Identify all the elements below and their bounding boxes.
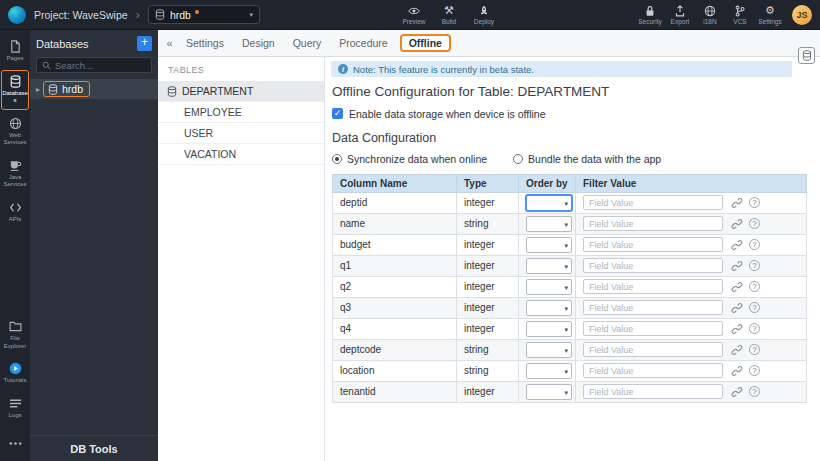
link-icon[interactable] <box>731 386 743 398</box>
order-by-select[interactable]: ▾ <box>526 342 572 358</box>
sidebar-more-button[interactable] <box>1 432 29 455</box>
filter-value-input[interactable] <box>583 321 723 336</box>
checkbox-control[interactable] <box>332 108 343 119</box>
db-tools-button[interactable]: DB Tools <box>30 435 158 461</box>
caret-down-icon: ▾ <box>249 11 253 18</box>
tab-settings[interactable]: Settings <box>177 34 233 52</box>
help-icon[interactable]: ? <box>749 260 760 271</box>
panel-title: Databases <box>36 38 89 50</box>
help-icon[interactable]: ? <box>749 281 760 292</box>
db-tree-item-hrdb[interactable]: ▸hrdb <box>30 79 158 99</box>
radio-control[interactable] <box>332 154 342 164</box>
security-button[interactable]: Security <box>638 5 662 25</box>
table-item-user[interactable]: USER <box>158 123 324 144</box>
filter-value-input[interactable] <box>583 342 723 357</box>
sidebar-item-tutorials[interactable]: Tutorials <box>1 357 29 390</box>
sidebar-item-label: APIs <box>9 216 22 224</box>
order-by-cell: ▾ <box>519 213 576 234</box>
add-database-button[interactable]: + <box>137 36 152 51</box>
help-icon[interactable]: ? <box>749 218 760 229</box>
filter-value-cell: ? <box>576 339 807 360</box>
link-icon[interactable] <box>731 260 743 272</box>
tab-query[interactable]: Query <box>284 34 331 52</box>
filter-value-input[interactable] <box>583 300 723 315</box>
toolbar-item-label: i18N <box>703 18 716 25</box>
link-icon[interactable] <box>731 344 743 356</box>
column-row-name: namestring▾? <box>333 213 807 234</box>
deploy-button[interactable]: Deploy <box>472 5 496 25</box>
help-icon[interactable]: ? <box>749 365 760 376</box>
database-icon <box>155 9 165 20</box>
sidebar-item-java-services[interactable]: Java Services <box>1 154 29 194</box>
sidebar-item-apis[interactable]: APIs <box>1 196 29 229</box>
help-icon[interactable]: ? <box>749 197 760 208</box>
tab-procedure[interactable]: Procedure <box>330 34 396 52</box>
order-by-select[interactable]: ▾ <box>526 216 572 232</box>
radio-synchronize-data-when-online[interactable]: Synchronize data when online <box>332 153 487 165</box>
link-icon[interactable] <box>731 239 743 251</box>
table-item-vacation[interactable]: VACATION <box>158 144 324 165</box>
order-by-cell: ▾ <box>519 318 576 339</box>
settings-button[interactable]: ⚙Settings <box>758 5 782 25</box>
sidebar-item-file-explorer[interactable]: File Explorer <box>1 315 29 355</box>
filter-value-input[interactable] <box>583 237 723 252</box>
user-avatar[interactable]: JS <box>792 5 812 25</box>
link-icon[interactable] <box>731 302 743 314</box>
link-icon[interactable] <box>731 365 743 377</box>
filter-value-input[interactable] <box>583 258 723 273</box>
tab-design[interactable]: Design <box>233 34 284 52</box>
database-selector-dropdown[interactable]: hrdb ▾ <box>148 5 260 24</box>
filter-value-input[interactable] <box>583 195 723 210</box>
filter-value-input[interactable] <box>583 384 723 399</box>
help-icon[interactable]: ? <box>749 344 760 355</box>
order-by-select[interactable]: ▾ <box>526 279 572 295</box>
breadcrumb-chevron-icon: › <box>136 7 140 22</box>
cup-icon <box>9 159 22 172</box>
link-icon[interactable] <box>731 197 743 209</box>
sidebar-item-logs[interactable]: Logs <box>1 392 29 425</box>
tab-offline[interactable]: Offline <box>400 34 451 52</box>
order-by-cell: ▾ <box>519 255 576 276</box>
collapse-panel-button[interactable]: « <box>162 37 177 49</box>
wavemaker-logo[interactable] <box>8 6 26 24</box>
radio-bundle-the-data-with-the-app[interactable]: Bundle the data with the app <box>513 153 661 165</box>
export-db-button[interactable] <box>798 47 815 64</box>
link-icon[interactable] <box>731 323 743 335</box>
sidebar-item-label: Logs <box>8 412 21 420</box>
vcs-button[interactable]: VCS <box>728 5 752 25</box>
link-icon[interactable] <box>731 218 743 230</box>
search-input[interactable] <box>55 60 146 71</box>
order-by-select[interactable]: ▾ <box>526 237 572 253</box>
build-button[interactable]: ⚒Build <box>437 5 461 25</box>
i18n-button[interactable]: i18N <box>698 5 722 25</box>
link-icon[interactable] <box>731 281 743 293</box>
sidebar-item-web-services[interactable]: Web Services <box>1 112 29 152</box>
caret-down-icon: ▾ <box>564 326 568 334</box>
radio-control[interactable] <box>513 154 523 164</box>
order-by-select[interactable]: ▾ <box>526 195 572 211</box>
order-by-select[interactable]: ▾ <box>526 300 572 316</box>
help-icon[interactable]: ? <box>749 239 760 250</box>
help-icon[interactable]: ? <box>749 302 760 313</box>
page-title: Offline Configuration for Table: DEPARTM… <box>332 84 810 100</box>
column-type-cell: integer <box>457 192 519 213</box>
order-by-select[interactable]: ▾ <box>526 258 572 274</box>
expand-chevron-icon[interactable]: ▸ <box>33 85 43 94</box>
sidebar-item-pages[interactable]: Pages <box>1 35 29 68</box>
table-item-department[interactable]: DEPARTMENT <box>158 81 324 102</box>
caret-down-icon: ▾ <box>564 305 568 313</box>
filter-value-input[interactable] <box>583 216 723 231</box>
order-by-select[interactable]: ▾ <box>526 321 572 337</box>
filter-value-input[interactable] <box>583 363 723 378</box>
export-button[interactable]: Export <box>668 5 692 25</box>
enable-offline-checkbox[interactable]: Enable data storage when device is offli… <box>332 108 810 120</box>
preview-button[interactable]: Preview <box>402 5 426 25</box>
order-by-select[interactable]: ▾ <box>526 363 572 379</box>
help-icon[interactable]: ? <box>749 323 760 334</box>
sidebar-item-databases[interactable]: Databases <box>1 70 29 110</box>
play-icon <box>9 362 22 375</box>
help-icon[interactable]: ? <box>749 386 760 397</box>
filter-value-input[interactable] <box>583 279 723 294</box>
order-by-select[interactable]: ▾ <box>526 384 572 400</box>
table-item-employee[interactable]: EMPLOYEE <box>158 102 324 123</box>
